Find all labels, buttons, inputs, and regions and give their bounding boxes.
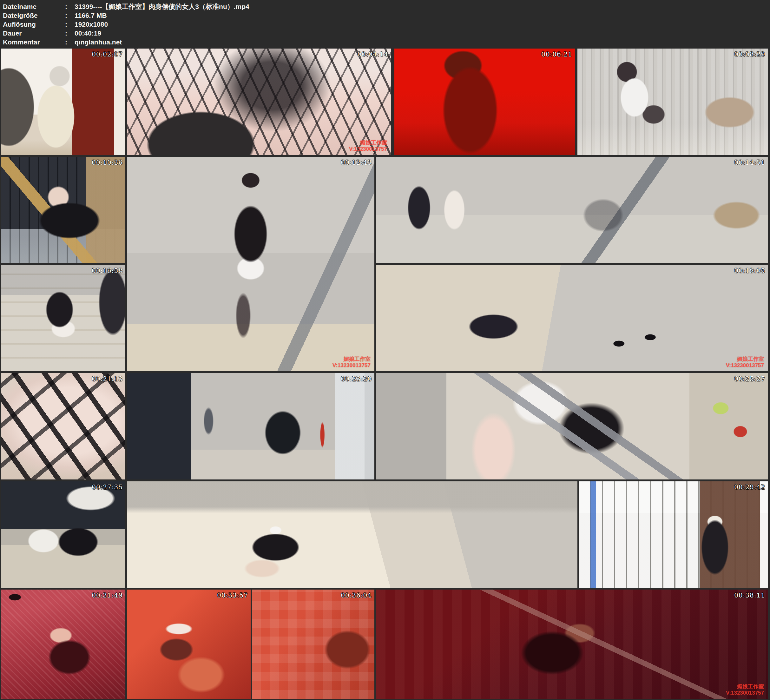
timestamp-overlay: 00:06:21 (541, 50, 573, 58)
meta-separator: : (65, 20, 74, 29)
meta-separator: : (65, 11, 74, 20)
video-thumbnail: 00:19:05 媚娘工作室V:13230013757 (376, 265, 768, 371)
video-thumbnail: 00:10:36 (1, 157, 125, 263)
timestamp-overlay: 00:10:36 (92, 159, 123, 166)
video-thumbnail: 00:25:27 (376, 373, 768, 480)
meta-value-duration: 00:40:19 (74, 29, 101, 38)
timestamp-overlay: 00:38:11 (734, 591, 765, 599)
watermark: 媚娘工作室V:13230013757 (349, 139, 387, 152)
video-thumbnail: 00:04:14 媚娘工作室V:13230013757 (127, 49, 391, 155)
meta-row-comment: Kommentar : qinglanhua.net (0, 38, 770, 47)
meta-value-comment: qinglanhua.net (74, 38, 122, 47)
watermark: 媚娘工作室V:13230013757 (333, 356, 370, 369)
meta-label: Dauer (0, 29, 65, 38)
timestamp-overlay: 00:19:05 (734, 267, 765, 274)
timestamp-overlay: 00:12:43 (341, 159, 372, 166)
video-thumbnail: 00:14:51 (376, 157, 768, 263)
video-thumbnail: 00:02:07 (1, 49, 125, 155)
video-thumbnail: 00:12:43 媚娘工作室V:13230013757 (127, 157, 374, 371)
metadata-header: Dateiname : 31399----【媚娘工作室】肉身偿债的女人3（标准n… (0, 0, 770, 48)
meta-value-filesize: 1166.7 MB (74, 11, 107, 20)
timestamp-overlay: 00:04:14 (357, 50, 388, 58)
meta-value-filename: 31399----【媚娘工作室】肉身偿债的女人3（标准nu）.mp4 (74, 2, 249, 11)
meta-value-resolution: 1920x1080 (74, 20, 108, 29)
meta-label: Dateigröße (0, 11, 65, 20)
timestamp-overlay: 00:16:58 (92, 267, 123, 274)
timestamp-overlay: 00:25:27 (734, 375, 765, 383)
video-thumbnail: 00:33:57 (127, 590, 251, 699)
video-thumbnail: 00:36:04 (252, 590, 374, 699)
watermark: 媚娘工作室V:13230013757 (726, 684, 764, 696)
timestamp-overlay: 00:31:49 (92, 591, 123, 599)
meta-row-filename: Dateiname : 31399----【媚娘工作室】肉身偿债的女人3（标准n… (0, 2, 770, 11)
meta-row-resolution: Auflösung : 1920x1080 (0, 20, 770, 29)
video-thumbnail: 00:08:29 (578, 49, 768, 155)
video-thumbnail: 00:23:20 (127, 373, 374, 480)
video-thumbnail: 00:31:49 (1, 590, 125, 699)
video-thumbnail: 00:16:58 (1, 265, 125, 371)
timestamp-overlay: 00:02:07 (92, 50, 123, 58)
video-thumbnail: 00:29:42 (579, 481, 768, 588)
timestamp-overlay: 00:23:20 (341, 375, 372, 383)
timestamp-overlay: 00:21:13 (92, 375, 123, 383)
video-thumbnail: 00:21:13 (1, 373, 125, 480)
timestamp-overlay: 00:08:29 (734, 50, 765, 58)
watermark: 媚娘工作室V:13230013757 (726, 356, 764, 369)
video-thumbnail: 00:06:21 (395, 49, 575, 155)
timestamp-overlay: 00:36:04 (341, 591, 372, 599)
timestamp-overlay: 00:14:51 (734, 159, 765, 166)
meta-label: Auflösung (0, 20, 65, 29)
meta-label: Kommentar (0, 38, 65, 47)
meta-separator: : (65, 29, 74, 38)
meta-label: Dateiname (0, 2, 65, 11)
meta-row-filesize: Dateigröße : 1166.7 MB (0, 11, 770, 20)
video-thumbnail (127, 481, 578, 588)
meta-separator: : (65, 38, 74, 47)
video-thumbnail: 00:27:35 (1, 481, 125, 588)
video-thumbnail: 00:38:11 媚娘工作室V:13230013757 (376, 590, 768, 699)
meta-separator: : (65, 2, 74, 11)
timestamp-overlay: 00:29:42 (734, 483, 765, 491)
timestamp-overlay: 00:27:35 (92, 483, 123, 491)
timestamp-overlay: 00:33:57 (217, 591, 248, 599)
meta-row-duration: Dauer : 00:40:19 (0, 29, 770, 38)
